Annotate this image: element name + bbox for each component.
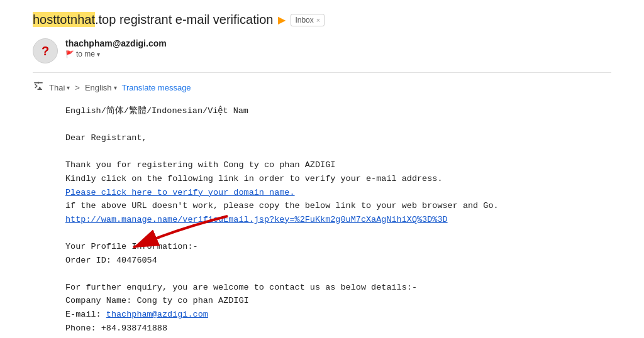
body-company-name: Company Name: Cong ty co phan AZDIGI (65, 294, 611, 308)
subject-line: hosttotnhat.top registrant e-mail verifi… (33, 13, 611, 27)
body-order-id: Order ID: 40476054 (65, 254, 611, 268)
avatar: ? (33, 38, 58, 63)
translate-message-link[interactable]: Translate message (122, 83, 191, 92)
target-language-label: English (85, 83, 112, 92)
source-language-label: Thai (49, 83, 65, 92)
to-me-label: to me (76, 50, 95, 58)
body-thankyou: Thank you for registering with Cong ty c… (65, 158, 611, 172)
forward-arrow-icon: ▶ (278, 14, 286, 26)
sender-row: ? thachpham@azdigi.com 🚩 to me ▾ (33, 38, 611, 63)
target-language-button[interactable]: English ▾ (85, 83, 117, 92)
translate-bar: Thai ▾ > English ▾ Translate message (33, 80, 611, 94)
email-body: English/简体/繁體/Indonesian/Việt Nam Dear R… (33, 104, 611, 338)
body-verify-link: Please click here to verify your domain … (65, 186, 611, 200)
body-url-link: http://wam.manage.name/verifiedEmail.jsp… (65, 213, 611, 227)
body-email-prefix: E-mail: (65, 310, 106, 319)
badge-close-button[interactable]: × (316, 16, 320, 24)
body-kindly: Kindly click on the following link in or… (65, 172, 611, 186)
chevron-down-icon: ▾ (97, 51, 100, 58)
subject-highlight: hosttotnhat (33, 12, 95, 27)
verified-email-link[interactable]: http://wam.manage.name/verifiedEmail.jsp… (65, 215, 448, 224)
verify-domain-link[interactable]: Please click here to verify your domain … (65, 188, 295, 197)
inbox-label: Inbox (295, 16, 313, 25)
sender-info: thachpham@azdigi.com 🚩 to me ▾ (65, 38, 167, 58)
source-lang-chevron-icon: ▾ (67, 84, 70, 91)
body-blank3 (65, 226, 611, 240)
email-container: hosttotnhat.top registrant e-mail verifi… (14, 0, 630, 338)
body-blank4 (65, 267, 611, 281)
body-dear: Dear Registrant, (65, 131, 611, 145)
email-body-wrapper: English/简体/繁體/Indonesian/Việt Nam Dear R… (33, 104, 611, 338)
body-url-instruction: if the above URL doesn't work, please co… (65, 199, 611, 213)
to-me-dropdown[interactable]: 🚩 to me ▾ (65, 50, 167, 58)
company-email-link[interactable]: thachpham@azdigi.com (106, 310, 208, 319)
divider (33, 72, 611, 73)
body-blank1 (65, 118, 611, 132)
source-language-button[interactable]: Thai ▾ (49, 83, 70, 92)
target-lang-chevron-icon: ▾ (114, 84, 117, 91)
flag-icon: 🚩 (65, 50, 74, 58)
inbox-badge[interactable]: Inbox × (291, 14, 325, 26)
translate-arrow: > (75, 83, 80, 92)
body-further-enquiry: For further enquiry, you are welcome to … (65, 281, 611, 295)
body-phone: Phone: +84.938741888 (65, 322, 611, 335)
body-email-line: E-mail: thachpham@azdigi.com (65, 308, 611, 322)
subject-text: hosttotnhat.top registrant e-mail verifi… (33, 13, 273, 27)
body-if-incorrect: If for any reason this information is in… (65, 335, 611, 338)
body-line-langs: English/简体/繁體/Indonesian/Việt Nam (65, 104, 611, 118)
body-blank2 (65, 145, 611, 159)
translate-icon (33, 80, 44, 94)
body-profile-header: Your Profile Information:- (65, 240, 611, 254)
sender-email: thachpham@azdigi.com (65, 38, 167, 48)
